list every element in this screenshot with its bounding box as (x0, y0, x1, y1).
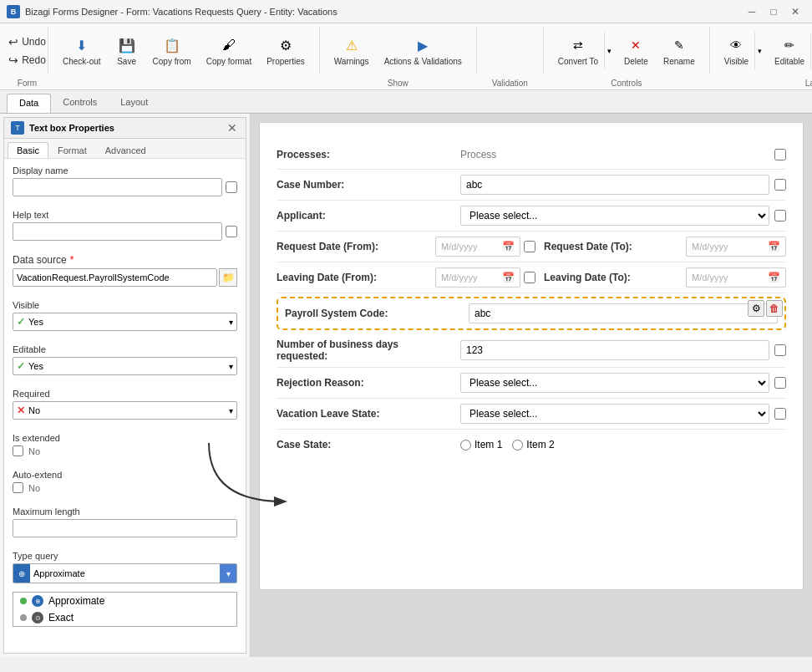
applicant-checkbox[interactable] (774, 210, 786, 221)
leaving-date-to-input[interactable]: M/d/yyyy 📅 (686, 267, 786, 288)
applicant-select[interactable]: Please select... (460, 206, 769, 226)
request-date-from-label: Request Date (From): (277, 241, 427, 252)
request-date-from-checkbox[interactable] (524, 241, 535, 252)
help-text-input[interactable] (13, 222, 222, 241)
titlebar-title: Bizagi Forms Designer - Form: Vacations … (25, 7, 337, 17)
rejection-checkbox[interactable] (774, 377, 786, 389)
sub-tab-advanced[interactable]: Advanced (96, 142, 155, 158)
leaving-date-from-checkbox[interactable] (524, 272, 535, 283)
visible-button[interactable]: Visible (718, 32, 754, 69)
actions-label: Actions & Validations (384, 57, 462, 66)
case-number-checkbox[interactable] (774, 179, 786, 191)
checkout-button[interactable]: Check-out (57, 32, 107, 69)
toolbar: Undo Redo Form Check-out Save Copy from … (0, 23, 812, 90)
data-source-picker-button[interactable]: 📁 (219, 268, 237, 287)
help-text-checkbox[interactable] (226, 226, 237, 237)
save-button[interactable]: Save (110, 32, 144, 69)
copy-from-button[interactable]: Copy from (147, 32, 197, 69)
editable-split[interactable]: Editable ▾ (769, 32, 812, 69)
payroll-input[interactable] (469, 303, 778, 323)
close-properties-button[interactable]: ✕ (226, 121, 239, 135)
redo-button[interactable]: Redo (5, 53, 49, 68)
request-date-to-label: Request Date (To): (544, 241, 678, 252)
is-extended-checkbox[interactable] (13, 445, 23, 456)
business-days-checkbox[interactable] (774, 344, 786, 356)
redo-label: Redo (22, 54, 46, 66)
convert-to-arrow[interactable]: ▾ (604, 32, 615, 69)
properties-icon (276, 35, 296, 55)
request-date-to-input[interactable]: M/d/yyyy 📅 (686, 237, 786, 257)
dropdown-item-exact[interactable]: ⊙ Exact (13, 609, 236, 626)
required-dropdown-btn[interactable]: ▾ (229, 406, 233, 415)
form-row-dates: Request Date (From): M/d/yyyy 📅 Request … (277, 232, 786, 262)
undo-label: Undo (22, 36, 46, 48)
tab-controls[interactable]: Controls (51, 94, 109, 113)
convert-to-label: Convert To (558, 57, 598, 66)
sub-tabs: Basic Format Advanced (4, 139, 246, 159)
copy-format-button[interactable]: Copy format (200, 32, 257, 69)
actions-icon (413, 35, 433, 55)
case-state-label: Case State: (277, 439, 460, 451)
editable-icon (779, 35, 799, 55)
business-days-input[interactable] (460, 340, 769, 360)
vacation-leave-label: Vacation Leave State: (277, 408, 460, 420)
undo-button[interactable]: Undo (5, 34, 49, 49)
required-label: Required (13, 389, 237, 399)
case-state-radio-1[interactable] (460, 440, 471, 451)
actions-button[interactable]: Actions & Validations (378, 32, 468, 69)
minimize-button[interactable]: ─ (742, 3, 762, 20)
data-source-group: Data source * 📁 (4, 247, 246, 293)
visible-label: Visible (724, 57, 749, 66)
processes-checkbox[interactable] (774, 149, 786, 160)
payroll-delete-button[interactable]: 🗑 (766, 300, 783, 317)
max-length-input[interactable] (13, 519, 237, 537)
display-name-checkbox[interactable] (226, 181, 237, 193)
titlebar-controls[interactable]: ─ □ ✕ (742, 3, 805, 20)
right-area: Processes: Process Case Number: Applican… (251, 114, 812, 657)
visible-dropdown-btn[interactable]: ▾ (229, 318, 233, 327)
warnings-button[interactable]: Warnings (328, 32, 375, 69)
type-query-select[interactable]: ⊕ Approximate ▾ (13, 563, 237, 583)
sub-tab-format[interactable]: Format (48, 142, 96, 158)
sub-tab-basic[interactable]: Basic (8, 142, 48, 158)
copy-format-label: Copy format (206, 57, 251, 66)
convert-to-button[interactable]: Convert To (552, 32, 604, 69)
dropdown-item-approximate[interactable]: ⊕ Approximate (13, 593, 236, 609)
leaving-calendar-to-icon: 📅 (768, 272, 780, 283)
max-length-label: Maximum length (13, 507, 237, 517)
display-name-label: Display name (13, 165, 237, 176)
editable-value: Yes (28, 361, 226, 371)
form-row-leaving-dates: Leaving Date (From): M/d/yyyy 📅 Leaving … (277, 262, 786, 293)
properties-button[interactable]: Properties (261, 32, 311, 69)
request-date-from-input[interactable]: M/d/yyyy 📅 (435, 237, 520, 257)
maximize-button[interactable]: □ (764, 3, 784, 20)
payroll-settings-button[interactable]: ⚙ (748, 300, 764, 317)
delete-button[interactable]: Delete (618, 32, 654, 69)
main-tabs: Data Controls Layout (0, 90, 812, 114)
type-query-arrow[interactable]: ▾ (220, 564, 236, 583)
close-button[interactable]: ✕ (785, 3, 805, 20)
main-area: T Text box Properties ✕ Basic Format Adv… (0, 114, 812, 657)
leaving-date-to-placeholder: M/d/yyyy (692, 272, 728, 283)
rejection-select[interactable]: Please select... (460, 373, 769, 393)
rename-button[interactable]: Rename (657, 32, 701, 69)
is-extended-value: No (28, 446, 40, 456)
vacation-leave-checkbox[interactable] (774, 408, 786, 420)
dropdown-item-approximate-label: Approximate (48, 595, 104, 607)
tab-layout[interactable]: Layout (109, 94, 160, 113)
tab-data[interactable]: Data (7, 94, 51, 113)
case-state-radio-2[interactable] (512, 440, 523, 451)
vacation-leave-select[interactable]: Please select... (460, 404, 769, 424)
auto-extend-checkbox[interactable] (13, 482, 23, 493)
display-name-group: Display name (4, 159, 246, 203)
visible-split[interactable]: Visible ▾ (718, 32, 765, 69)
warnings-icon (342, 35, 362, 55)
data-source-input[interactable] (13, 268, 217, 287)
editable-dropdown-btn[interactable]: ▾ (229, 362, 233, 371)
visible-arrow[interactable]: ▾ (754, 32, 765, 69)
case-number-input[interactable] (460, 175, 769, 195)
leaving-date-from-input[interactable]: M/d/yyyy 📅 (435, 267, 520, 288)
editable-button[interactable]: Editable (769, 32, 810, 69)
display-name-input[interactable] (13, 178, 222, 196)
convert-to-split[interactable]: Convert To ▾ (552, 32, 615, 69)
